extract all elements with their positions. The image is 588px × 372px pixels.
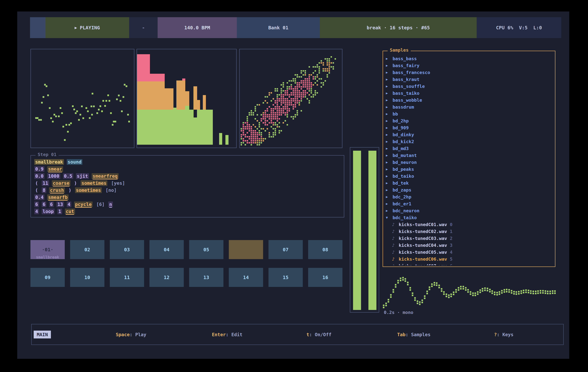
scatter-dot <box>126 85 127 87</box>
sample-file-row[interactable]: ♪kicks-tunedC05.wav4 <box>386 249 553 256</box>
sample-folder-row[interactable]: ▶bd_dinky <box>386 131 553 138</box>
particle-dot <box>277 116 278 118</box>
waveform-dot <box>438 287 440 288</box>
step-cell-10[interactable]: 10 <box>70 268 105 287</box>
sample-folder-label: bd_909 <box>393 125 409 131</box>
particle-dot <box>293 106 294 108</box>
step-cell-11[interactable]: 11 <box>110 268 144 287</box>
step-code[interactable]: smallbreak sound0.9 smear0.0 1000 0.5 sj… <box>34 159 341 215</box>
bank-display[interactable]: Bank 01 <box>237 17 320 38</box>
sample-folder-row[interactable]: ▶bass_bass <box>386 55 553 62</box>
sample-folder-row[interactable]: ▶bass_kraut <box>386 76 553 83</box>
sample-folder-label: bassdrum <box>393 104 414 110</box>
sample-folder-row[interactable]: ▶bd_mutant <box>386 152 553 159</box>
sample-folder-row[interactable]: ▶bdc_2hp <box>386 193 553 200</box>
particle-dot <box>277 114 278 115</box>
step-cell-05[interactable]: 05 <box>189 240 223 259</box>
vu-meter-bar <box>368 151 377 310</box>
step-cell-13[interactable]: 13 <box>189 268 223 287</box>
particle-dot <box>329 72 330 74</box>
sample-folder-row[interactable]: ▶bass_souffle <box>386 83 553 90</box>
particle-dot <box>319 68 320 70</box>
step-cell-03[interactable]: 03 <box>110 240 144 259</box>
code-token-num: 0.4 <box>34 194 44 200</box>
sample-folder-row[interactable]: ▶bassdrum <box>386 103 553 111</box>
particle-dot <box>311 86 312 88</box>
sample-folder-row[interactable]: ▼bdc_taiko <box>386 214 553 221</box>
sample-folder-row[interactable]: ▶bd_2hp <box>386 117 553 124</box>
particle-dot <box>309 94 310 96</box>
sample-folder-row[interactable]: ▶bd_zaps <box>386 186 553 193</box>
particle-dot <box>326 76 328 78</box>
sample-folder-row[interactable]: ▶bd_kick2 <box>386 138 553 145</box>
particle-dot <box>311 90 312 91</box>
particle-dot <box>251 114 252 115</box>
sample-folder-row[interactable]: ▶bdc_er1 <box>386 200 553 207</box>
particle-dot <box>253 140 254 141</box>
waveform-dot <box>496 292 498 293</box>
sample-file-row[interactable]: ♪kicks-tunedC07.wav6 <box>386 262 553 265</box>
step-cell-04[interactable]: 04 <box>149 240 184 259</box>
particle-dot <box>281 92 282 93</box>
bpm-display[interactable]: 140.0 BPM <box>158 17 237 38</box>
sample-folder-row[interactable]: ▶bass_francesco <box>386 69 553 76</box>
waveform-dot <box>518 291 520 292</box>
sample-folder-row[interactable]: ▶bdc_neuron <box>386 207 553 214</box>
sample-file-row[interactable]: ♪kicks-tunedC06.wav5 <box>386 256 553 262</box>
particle-dot <box>255 110 256 111</box>
particle-dot <box>259 124 260 125</box>
step-cell-12[interactable]: 12 <box>149 268 184 287</box>
scatter-dot <box>120 100 121 102</box>
sample-folder-row[interactable]: ▶bd_taiko <box>386 173 553 180</box>
sample-folder-row[interactable]: ▶bass_wobble <box>386 97 553 103</box>
sample-folder-label: bd_zaps <box>393 187 411 193</box>
waveform-dot <box>482 290 483 292</box>
particle-dot <box>297 98 298 100</box>
chevron-collapsed-icon: ▶ <box>386 160 393 164</box>
sample-folder-row[interactable]: ▶bb <box>386 111 553 117</box>
sample-folder-row[interactable]: ▶bd_909 <box>386 124 553 131</box>
spectrum-bar-segment <box>197 110 200 145</box>
transport-playing[interactable]: ▶PLAYING <box>45 17 129 38</box>
sample-folder-row[interactable]: ▶bd_neuron <box>386 159 553 166</box>
pattern-display[interactable]: break · 16 steps · #65 <box>320 17 477 38</box>
sample-folder-row[interactable]: ▶bd_tek <box>386 180 553 186</box>
spectrum-bar-segment <box>197 100 200 110</box>
waveform-dot <box>533 291 534 292</box>
waveform-dot <box>508 289 510 291</box>
sample-folder-row[interactable]: ▶bd_peaks <box>386 166 553 173</box>
code-token-paren: ( <box>34 180 39 186</box>
step-cell-16[interactable]: 16 <box>308 268 342 287</box>
sample-folder-row[interactable]: ▶bass_fairy <box>386 62 553 69</box>
sample-folder-row[interactable]: ▶bd_md3 <box>386 145 553 152</box>
step-cell-06[interactable] <box>229 240 263 259</box>
step-cell-01[interactable]: ·01·smallbreak <box>31 240 65 259</box>
sample-file-row[interactable]: ♪kicks-tunedC04.wav3 <box>386 242 553 249</box>
particle-dot <box>257 142 258 143</box>
step-cell-02[interactable]: 02 <box>70 240 105 259</box>
sample-file-index: 1 <box>450 229 452 234</box>
bpm-display-label: 140.0 BPM <box>184 25 210 30</box>
particle-dot <box>293 98 294 100</box>
sample-folder-row[interactable]: ▶bass_taiko <box>386 90 553 97</box>
sample-file-label: kicks-tunedC05.wav <box>399 250 447 255</box>
particle-dot <box>257 114 258 115</box>
particle-dot <box>251 110 252 111</box>
step-cell-14[interactable]: 14 <box>229 268 263 287</box>
sample-file-row[interactable]: ♪kicks-tunedC02.wav1 <box>386 228 553 235</box>
step-cell-07[interactable]: 07 <box>268 240 303 259</box>
waveform-dot <box>487 288 488 289</box>
step-cell-09[interactable]: 09 <box>31 268 65 287</box>
chevron-collapsed-icon: ▶ <box>386 167 393 171</box>
waveform-dot <box>429 286 430 288</box>
sample-file-row[interactable]: ♪kicks-tunedC01.wav0 <box>386 221 553 228</box>
spectrum-bar-segment <box>219 133 222 145</box>
particle-dot <box>279 98 280 100</box>
step-cell-08[interactable]: 08 <box>308 240 342 259</box>
sample-file-row[interactable]: ♪kicks-tunedC03.wav2 <box>386 235 553 242</box>
step-cell-15[interactable]: 15 <box>268 268 303 287</box>
music-note-icon: ♪ <box>392 257 399 262</box>
particle-dot <box>281 94 282 96</box>
sample-folder-label: bd_mutant <box>393 153 417 158</box>
particle-dot <box>315 92 316 93</box>
